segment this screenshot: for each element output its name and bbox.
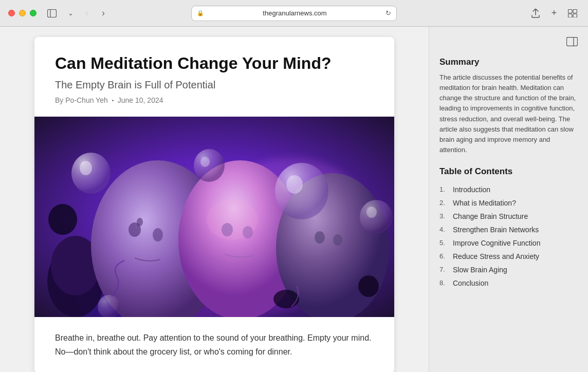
hero-image-svg (34, 117, 394, 317)
toc-item[interactable]: 5.Improve Cognitive Function (439, 236, 578, 250)
toc-number: 8. (439, 279, 451, 287)
svg-point-25 (194, 149, 225, 182)
browser-toolbar: ⌄ ‹ › 🔒 thegranularnews.com ↻ + (0, 0, 588, 27)
svg-rect-2 (568, 9, 573, 13)
sidebar-panel-button[interactable] (566, 37, 578, 49)
browser-actions: + (528, 6, 580, 21)
minimize-button[interactable] (19, 10, 26, 16)
traffic-lights (8, 10, 36, 16)
toc-number: 3. (439, 212, 451, 220)
browser-controls: ⌄ ‹ › (43, 8, 111, 19)
article-byline: By Po-Chun Yeh June 10, 2024 (55, 96, 374, 104)
svg-point-19 (243, 226, 253, 238)
article-hero-image (34, 117, 394, 317)
toc-number: 1. (439, 185, 451, 193)
toc-number: 2. (439, 199, 451, 207)
svg-rect-3 (573, 9, 577, 13)
svg-rect-0 (48, 9, 57, 17)
svg-point-33 (60, 211, 70, 222)
svg-point-35 (358, 275, 379, 297)
right-sidebar: Summary The article discusses the potent… (429, 27, 588, 372)
toc-heading: Table of Contents (439, 166, 578, 177)
sidebar-toggle-button[interactable] (45, 8, 59, 19)
fullscreen-button[interactable] (30, 10, 36, 16)
forward-button[interactable]: › (96, 8, 111, 19)
toc-item[interactable]: 6.Reduce Stress and Anxiety (439, 250, 578, 263)
toc-number: 7. (439, 266, 451, 273)
svg-point-28 (286, 175, 303, 194)
share-button[interactable] (528, 6, 543, 21)
article-panel: Can Meditation Change Your Mind? The Emp… (0, 27, 429, 372)
article-subtitle: The Empty Brain is Full of Potential (55, 79, 374, 91)
reload-icon[interactable]: ↻ (385, 9, 391, 17)
url-text: thegranularnews.com (207, 9, 382, 17)
svg-point-34 (273, 290, 299, 308)
browser-content: Can Meditation Change Your Mind? The Emp… (0, 27, 588, 372)
toc-label: Reduce Stress and Anxiety (453, 252, 539, 261)
svg-point-24 (80, 161, 92, 175)
address-bar-container: 🔒 thegranularnews.com ↻ (191, 6, 397, 21)
new-tab-button[interactable]: + (547, 6, 561, 21)
toc-item[interactable]: 1.Introduction (439, 183, 578, 196)
svg-point-23 (71, 153, 111, 194)
article-date: June 10, 2024 (118, 96, 163, 104)
svg-rect-5 (573, 14, 577, 17)
tab-overview-button[interactable] (565, 6, 580, 21)
summary-section: Summary The article discusses the potent… (439, 57, 578, 155)
toc-number: 5. (439, 239, 451, 247)
article-body: Breathe in, breathe out. Pay attention t… (34, 317, 394, 372)
browser-window: ⌄ ‹ › 🔒 thegranularnews.com ↻ + (0, 0, 588, 372)
toc-label: Strengthen Brain Networks (453, 226, 539, 234)
svg-point-27 (275, 163, 328, 219)
toc-list: 1.Introduction2.What is Meditation?3.Cha… (439, 183, 578, 290)
sidebar-toolbar (439, 37, 578, 49)
summary-text: The article discusses the potential bene… (439, 72, 578, 155)
toc-label: Change Brain Structure (453, 212, 528, 220)
svg-point-30 (366, 207, 377, 218)
summary-heading: Summary (439, 57, 578, 67)
byline-separator (112, 100, 114, 101)
back-button[interactable]: ‹ (80, 8, 94, 19)
toc-item[interactable]: 2.What is Meditation? (439, 196, 578, 210)
toc-item[interactable]: 7.Slow Brain Aging (439, 263, 578, 276)
chevron-down-button[interactable]: ⌄ (63, 8, 78, 19)
article-author: By Po-Chun Yeh (55, 96, 108, 104)
address-bar[interactable]: 🔒 thegranularnews.com ↻ (191, 6, 397, 21)
svg-point-26 (200, 157, 210, 167)
toc-label: Improve Cognitive Function (453, 239, 540, 247)
toc-item[interactable]: 4.Strengthen Brain Networks (439, 223, 578, 236)
toc-number: 4. (439, 226, 451, 233)
toc-number: 6. (439, 252, 451, 260)
lock-icon: 🔒 (197, 10, 204, 16)
svg-point-18 (222, 223, 233, 236)
svg-rect-36 (567, 38, 578, 46)
toc-label: What is Meditation? (453, 199, 516, 207)
close-button[interactable] (8, 10, 15, 16)
svg-point-14 (153, 228, 163, 241)
article-title: Can Meditation Change Your Mind? (55, 53, 374, 73)
toc-item[interactable]: 3.Change Brain Structure (439, 210, 578, 223)
svg-rect-4 (568, 14, 573, 17)
svg-point-15 (137, 218, 143, 226)
toc-label: Introduction (453, 185, 490, 194)
toc-label: Conclusion (453, 279, 488, 287)
svg-point-22 (333, 234, 342, 246)
toc-item[interactable]: 8.Conclusion (439, 276, 578, 290)
toc-section: Table of Contents 1.Introduction2.What i… (439, 166, 578, 290)
svg-point-29 (360, 200, 393, 234)
article-body-text: Breathe in, breathe out. Pay attention t… (55, 331, 374, 359)
toc-label: Slow Brain Aging (453, 266, 507, 274)
svg-point-21 (315, 231, 325, 244)
article-header: Can Meditation Change Your Mind? The Emp… (34, 37, 394, 117)
article-card: Can Meditation Change Your Mind? The Emp… (34, 37, 394, 372)
